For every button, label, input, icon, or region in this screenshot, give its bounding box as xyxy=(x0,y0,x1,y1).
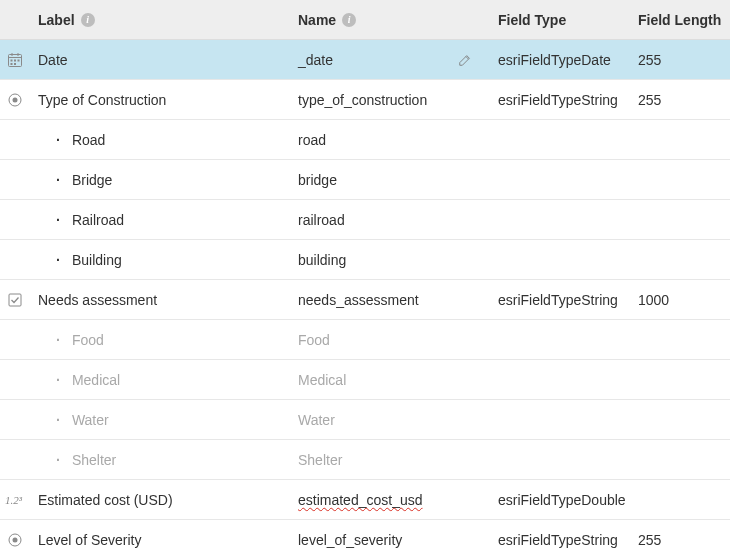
row-field-type-text: esriFieldTypeDate xyxy=(498,52,611,68)
sub-row-field-type xyxy=(490,370,630,390)
sub-row-field-type xyxy=(490,450,630,470)
sub-row-label[interactable]: ·Medical xyxy=(30,362,290,398)
sub-row-field-length xyxy=(630,170,730,190)
row-label-text: Estimated cost (USD) xyxy=(38,492,173,508)
table-sub-row[interactable]: ·MedicalMedical xyxy=(0,360,730,400)
sub-row-label-text: Water xyxy=(72,412,109,428)
sub-row-field-type xyxy=(490,250,630,270)
sub-row-label[interactable]: ·Food xyxy=(30,322,290,358)
sub-row-field-length xyxy=(630,450,730,470)
info-icon[interactable]: i xyxy=(342,13,356,27)
sub-row-name[interactable]: building xyxy=(290,242,490,278)
row-name[interactable]: type_of_construction xyxy=(290,82,490,118)
sub-row-label[interactable]: ·Bridge xyxy=(30,162,290,198)
row-name[interactable]: needs_assessment xyxy=(290,282,490,318)
sub-row-label[interactable]: ·Shelter xyxy=(30,442,290,478)
row-field-length: 255 xyxy=(630,42,730,78)
row-name-text: level_of_severity xyxy=(298,532,402,548)
sub-row-spacer xyxy=(0,336,30,344)
sub-row-name[interactable]: road xyxy=(290,122,490,158)
sub-row-spacer xyxy=(0,256,30,264)
header-field-type[interactable]: Field Type xyxy=(490,2,630,38)
pencil-icon[interactable] xyxy=(458,53,472,67)
header-field-length[interactable]: Field Length xyxy=(630,2,730,38)
row-label[interactable]: Level of Severity xyxy=(30,522,290,550)
row-field-length: 255 xyxy=(630,82,730,118)
bullet-icon: · xyxy=(56,452,60,468)
sub-row-field-type xyxy=(490,130,630,150)
sub-row-field-length xyxy=(630,410,730,430)
sub-row-field-type xyxy=(490,170,630,190)
table-sub-row[interactable]: ·Bridgebridge xyxy=(0,160,730,200)
row-type-icon xyxy=(0,489,30,511)
table-row[interactable]: Type of Constructiontype_of_construction… xyxy=(0,80,730,120)
table-sub-row[interactable]: ·FoodFood xyxy=(0,320,730,360)
row-name[interactable]: estimated_cost_usd xyxy=(290,482,490,518)
sub-row-field-type xyxy=(490,330,630,350)
table-row[interactable]: Needs assessmentneeds_assessmentesriFiel… xyxy=(0,280,730,320)
row-field-type: esriFieldTypeString xyxy=(490,522,630,550)
row-label[interactable]: Date xyxy=(30,42,290,78)
bullet-icon: · xyxy=(56,372,60,388)
info-icon[interactable]: i xyxy=(81,13,95,27)
sub-row-label-text: Road xyxy=(72,132,105,148)
row-type-icon xyxy=(0,48,30,72)
bullet-icon: · xyxy=(56,132,60,148)
row-label[interactable]: Estimated cost (USD) xyxy=(30,482,290,518)
table-sub-row[interactable]: ·Railroadrailroad xyxy=(0,200,730,240)
number-icon xyxy=(5,493,25,507)
table-row[interactable]: Estimated cost (USD)estimated_cost_usdes… xyxy=(0,480,730,520)
table-sub-row[interactable]: ·WaterWater xyxy=(0,400,730,440)
sub-row-label[interactable]: ·Building xyxy=(30,242,290,278)
bullet-icon: · xyxy=(56,172,60,188)
row-label-text: Needs assessment xyxy=(38,292,157,308)
row-field-type-text: esriFieldTypeString xyxy=(498,292,618,308)
sub-row-name[interactable]: Water xyxy=(290,402,490,438)
row-name[interactable]: _date xyxy=(290,42,490,78)
sub-row-spacer xyxy=(0,136,30,144)
sub-row-field-type xyxy=(490,410,630,430)
row-label[interactable]: Type of Construction xyxy=(30,82,290,118)
fields-table: Label i Name i Field Type Field Length D… xyxy=(0,0,730,549)
sub-row-field-type xyxy=(490,210,630,230)
row-field-type-text: esriFieldTypeDouble xyxy=(498,492,626,508)
sub-row-name[interactable]: Medical xyxy=(290,362,490,398)
row-field-type: esriFieldTypeDouble xyxy=(490,482,630,518)
row-name[interactable]: level_of_severity xyxy=(290,522,490,550)
table-sub-row[interactable]: ·Roadroad xyxy=(0,120,730,160)
row-field-length-text: 255 xyxy=(638,532,661,548)
sub-row-label[interactable]: ·Road xyxy=(30,122,290,158)
sub-row-name-text: Food xyxy=(298,332,330,348)
row-type-icon xyxy=(0,528,30,550)
sub-row-field-length xyxy=(630,210,730,230)
table-row[interactable]: Date_dateesriFieldTypeDate255 xyxy=(0,40,730,80)
sub-row-label[interactable]: ·Railroad xyxy=(30,202,290,238)
bullet-icon: · xyxy=(56,212,60,228)
sub-row-name[interactable]: Food xyxy=(290,322,490,358)
sub-row-spacer xyxy=(0,216,30,224)
header-field-type-text: Field Type xyxy=(498,12,566,28)
row-type-icon xyxy=(0,288,30,312)
header-label[interactable]: Label i xyxy=(30,2,290,38)
sub-row-name[interactable]: Shelter xyxy=(290,442,490,478)
sub-row-name[interactable]: railroad xyxy=(290,202,490,238)
checkbox-icon xyxy=(7,292,23,308)
sub-row-label-text: Medical xyxy=(72,372,120,388)
sub-row-spacer xyxy=(0,376,30,384)
header-label-text: Label xyxy=(38,12,75,28)
row-name-text: _date xyxy=(298,52,333,68)
table-row[interactable]: Level of Severitylevel_of_severityesriFi… xyxy=(0,520,730,549)
row-name-text: type_of_construction xyxy=(298,92,427,108)
row-label[interactable]: Needs assessment xyxy=(30,282,290,318)
sub-row-label[interactable]: ·Water xyxy=(30,402,290,438)
row-field-type: esriFieldTypeString xyxy=(490,282,630,318)
table-sub-row[interactable]: ·ShelterShelter xyxy=(0,440,730,480)
sub-row-name[interactable]: bridge xyxy=(290,162,490,198)
table-sub-row[interactable]: ·Buildingbuilding xyxy=(0,240,730,280)
header-name[interactable]: Name i xyxy=(290,2,490,38)
sub-row-label-text: Food xyxy=(72,332,104,348)
row-field-length-text: 1000 xyxy=(638,292,669,308)
row-field-type: esriFieldTypeDate xyxy=(490,42,630,78)
row-label-text: Type of Construction xyxy=(38,92,166,108)
row-field-type-text: esriFieldTypeString xyxy=(498,92,618,108)
